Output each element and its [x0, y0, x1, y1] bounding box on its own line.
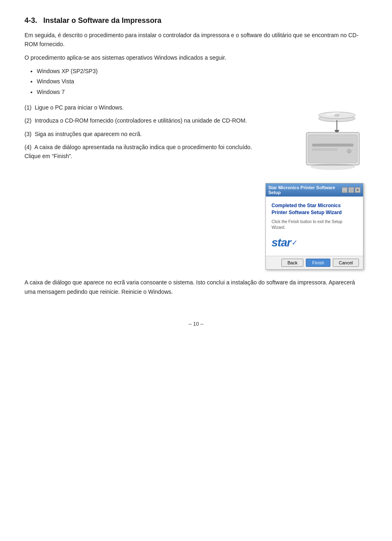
finish-button[interactable]: Finish [306, 259, 330, 267]
star-logo: star ✓ [272, 236, 357, 249]
svg-point-10 [310, 163, 355, 170]
intro-paragraph-2: O procedimento aplica-se aos sistemas op… [24, 53, 368, 62]
close-button[interactable]: × [355, 187, 361, 193]
step-2: (2) Introduza o CD-ROM fornecido (contro… [24, 116, 253, 125]
section-title: Instalar o Software da Impressora [43, 16, 161, 25]
step-3: (3) Siga as instruções que aparecem no e… [24, 130, 253, 139]
list-item: Windows XP (SP2/SP3) [37, 66, 368, 76]
steps-and-image-section: (1) Ligue o PC para iniciar o Windows. (… [24, 103, 368, 270]
steps-column: (1) Ligue o PC para iniciar o Windows. (… [24, 103, 253, 165]
step-3-label: (3) Siga as instruções que aparecem no e… [24, 131, 142, 137]
list-item: Windows 7 [37, 87, 368, 97]
step-1: (1) Ligue o PC para iniciar o Windows. [24, 103, 253, 112]
section-number: 4-3. [24, 16, 37, 25]
dialog-body: Completed the Star Micronics Printer Sof… [266, 197, 363, 256]
section-heading: 4-3. Instalar o Software da Impressora [24, 16, 368, 25]
star-logo-text: star [272, 236, 291, 249]
page-number: – 10 – [24, 321, 368, 327]
list-item: Windows Vista [37, 76, 368, 87]
step-1-label: (1) Ligue o PC para iniciar o Windows. [24, 104, 124, 111]
star-logo-checkmark: ✓ [292, 238, 298, 247]
dialog-titlebar-buttons: _ □ × [342, 187, 361, 193]
conclusion-text: A caixa de diálogo que aparece no ecrã v… [24, 278, 368, 296]
image-column: Star Micronics Printer Software Setup _ … [261, 103, 368, 270]
dialog-footer: Back Finish Cancel [266, 256, 363, 269]
intro-paragraph-1: Em seguida, é descrito o procedimento pa… [24, 31, 368, 49]
dialog-title: Star Micronics Printer Software Setup [268, 185, 342, 195]
dialog-titlebar: Star Micronics Printer Software Setup _ … [266, 183, 363, 197]
step-4: (4) A caixa de diálogo apresentada na il… [24, 143, 253, 161]
cdrom-illustration [265, 103, 363, 177]
os-list: Windows XP (SP2/SP3) Windows Vista Windo… [37, 66, 368, 97]
dialog-header-text: Completed the Star Micronics Printer Sof… [272, 202, 357, 216]
maximize-button[interactable]: □ [348, 187, 354, 193]
setup-dialog: Star Micronics Printer Software Setup _ … [265, 183, 363, 270]
svg-point-8 [347, 149, 351, 153]
back-button[interactable]: Back [281, 259, 303, 267]
step-2-label: (2) Introduza o CD-ROM fornecido (contro… [24, 117, 247, 124]
step-4-label: (4) A caixa de diálogo apresentada na il… [24, 144, 252, 159]
dialog-body-text: Click the Finish button to exit the Setu… [272, 219, 357, 230]
svg-rect-9 [312, 149, 337, 150]
cancel-button[interactable]: Cancel [333, 259, 359, 267]
minimize-button[interactable]: _ [342, 187, 347, 193]
svg-rect-7 [312, 144, 353, 146]
